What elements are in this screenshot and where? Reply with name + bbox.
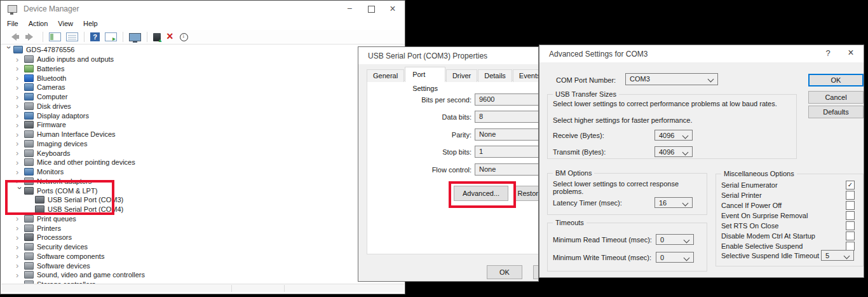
chevron-collapsed-icon[interactable]: ›	[16, 272, 24, 279]
tab-general[interactable]: General	[367, 69, 404, 82]
checkbox-label: Disable Modem Ctrl At Startup	[721, 232, 846, 240]
menu-file[interactable]: File	[7, 20, 18, 27]
tree-item-monitors[interactable]: ›Monitors	[1, 167, 404, 177]
tree-item-batteries[interactable]: ›Batteries	[1, 64, 404, 74]
chevron-collapsed-icon[interactable]: ›	[16, 159, 24, 166]
chevron-collapsed-icon[interactable]: ›	[16, 65, 24, 72]
tree-item-software-components[interactable]: ›Software components	[1, 252, 404, 261]
chevron-collapsed-icon[interactable]: ›	[16, 169, 24, 176]
tree-item-computer[interactable]: ›Computer	[1, 92, 404, 102]
transmit-bytes-select[interactable]: 4096	[654, 146, 693, 157]
chevron-collapsed-icon[interactable]: ›	[16, 244, 24, 251]
properties-icon[interactable]	[66, 32, 78, 41]
menu-action[interactable]: Action	[29, 20, 48, 27]
checkbox-checked-icon[interactable]: ✓	[846, 181, 855, 190]
properties-dialog: USB Serial Port (COM3) Properties Genera…	[358, 46, 539, 282]
misc-checkbox-list: Serial Enumerator✓Serial PrinterCancel I…	[716, 180, 863, 251]
tree-item-software-devices[interactable]: ›Software devices	[1, 261, 404, 270]
minimize-icon[interactable]: −	[339, 1, 360, 17]
chevron-collapsed-icon[interactable]: ›	[16, 84, 24, 91]
min-write-timeout-select[interactable]: 0	[656, 252, 694, 263]
chevron-collapsed-icon[interactable]: ›	[16, 131, 24, 138]
field-value-box[interactable]: None	[475, 163, 539, 176]
tree-item-mice-and-other-pointing-devices[interactable]: ›Mice and other pointing devices	[1, 158, 404, 167]
chevron-expanded-icon[interactable]: ›	[6, 46, 13, 53]
console-tree-icon[interactable]	[49, 32, 61, 41]
forward-icon[interactable]	[25, 33, 37, 41]
action-pane-icon[interactable]	[105, 32, 117, 41]
display-icon	[24, 112, 34, 120]
chevron-collapsed-icon[interactable]: ›	[16, 140, 24, 147]
help-icon[interactable]: ?	[822, 48, 834, 58]
field-value-box[interactable]: 1	[475, 146, 539, 158]
menu-help[interactable]: Help	[83, 20, 98, 27]
tree-item-label: Batteries	[37, 65, 64, 73]
tree-item-label: Software components	[37, 252, 104, 260]
tree-item-processors[interactable]: ›Processors	[1, 233, 404, 242]
chevron-collapsed-icon[interactable]: ›	[16, 224, 24, 231]
back-icon[interactable]	[8, 33, 20, 41]
tab-details[interactable]: Details	[478, 69, 512, 82]
tree-item-disk-drives[interactable]: ›Disk drives	[1, 102, 404, 111]
bm-options-group: BM Options Select lower settings to corr…	[547, 173, 707, 215]
tree-item-imaging-devices[interactable]: ›Imaging devices	[1, 139, 404, 149]
menu-view[interactable]: View	[58, 20, 73, 27]
chevron-down-icon	[682, 149, 689, 156]
uninstall-device-icon[interactable]	[166, 32, 175, 41]
chevron-collapsed-icon[interactable]: ›	[16, 149, 24, 156]
close-icon[interactable]: ×	[382, 1, 403, 17]
checkbox-unchecked-icon[interactable]	[846, 191, 855, 200]
chevron-collapsed-icon[interactable]: ›	[16, 262, 24, 269]
min-read-timeout-select[interactable]: 0	[656, 234, 694, 245]
restore-defaults-button[interactable]: Restore Defaults	[513, 186, 539, 201]
field-value-box[interactable]: 9600	[475, 93, 539, 106]
tree-item-sound-video-and-game-controllers[interactable]: ›Sound, video and game controllers	[1, 270, 404, 280]
field-value-box[interactable]: None	[475, 128, 539, 141]
ok-button[interactable]: OK	[487, 265, 522, 279]
tree-item-firmware[interactable]: ›Firmware	[1, 120, 404, 130]
tree-item-print-queues[interactable]: ›Print queues	[1, 214, 404, 224]
scan-hardware-icon[interactable]	[129, 33, 141, 41]
chevron-collapsed-icon[interactable]: ›	[16, 215, 24, 222]
ok-button[interactable]: OK	[808, 74, 864, 86]
tree-item-keyboards[interactable]: ›Keyboards	[1, 148, 404, 158]
chevron-collapsed-icon[interactable]: ›	[16, 252, 24, 259]
chevron-collapsed-icon[interactable]: ›	[16, 121, 24, 128]
tree-item-bluetooth[interactable]: ›Bluetooth	[1, 73, 404, 83]
latency-timer-select[interactable]: 16	[654, 197, 693, 208]
chevron-collapsed-icon[interactable]: ›	[16, 102, 24, 109]
defaults-button[interactable]: Defaults	[808, 106, 864, 118]
close-icon[interactable]: ×	[844, 47, 857, 59]
update-driver-icon[interactable]	[153, 33, 161, 41]
tree-item-gds-47876556[interactable]: ›GDS-47876556	[1, 45, 404, 55]
tree-item-audio-inputs-and-outputs[interactable]: ›Audio inputs and outputs	[1, 55, 404, 64]
chevron-collapsed-icon[interactable]: ›	[16, 112, 24, 119]
tree-item-printers[interactable]: ›Printers	[1, 223, 404, 233]
tree-item-human-interface-devices[interactable]: ›Human Interface Devices	[1, 130, 404, 139]
cancel-button[interactable]: Cancel	[808, 91, 864, 104]
checkbox-unchecked-icon[interactable]	[846, 231, 855, 240]
help-icon[interactable]	[90, 32, 100, 41]
tree-item-display-adaptors[interactable]: ›Display adaptors	[1, 111, 404, 120]
tree-item-cameras[interactable]: ›Cameras	[1, 83, 404, 92]
tab-port-settings[interactable]: Port Settings	[405, 67, 445, 82]
tab-events[interactable]: Events	[513, 69, 539, 82]
chevron-collapsed-icon[interactable]: ›	[16, 56, 24, 63]
com-port-select[interactable]: COM3	[625, 73, 718, 85]
receive-bytes-select[interactable]: 4096	[654, 130, 693, 141]
tab-driver[interactable]: Driver	[446, 69, 477, 82]
tab-strip: GeneralPort SettingsDriverDetailsEvents	[367, 67, 539, 82]
checkbox-unchecked-icon[interactable]	[846, 201, 855, 210]
receive-bytes-label: Receive (Bytes):	[553, 132, 604, 139]
checkbox-unchecked-icon[interactable]	[846, 211, 855, 220]
chevron-collapsed-icon[interactable]: ›	[16, 93, 24, 100]
chevron-collapsed-icon[interactable]: ›	[16, 74, 24, 81]
field-value-box[interactable]: 8	[475, 111, 539, 123]
cancel-button[interactable]: Cancel	[533, 265, 539, 279]
chevron-collapsed-icon[interactable]: ›	[16, 234, 24, 241]
disable-device-icon[interactable]	[180, 33, 188, 41]
checkbox-unchecked-icon[interactable]	[846, 221, 855, 230]
tree-item-security-devices[interactable]: ›Security devices	[1, 242, 404, 252]
selective-suspend-select[interactable]: 5	[821, 250, 854, 261]
maximize-icon[interactable]	[360, 1, 382, 17]
